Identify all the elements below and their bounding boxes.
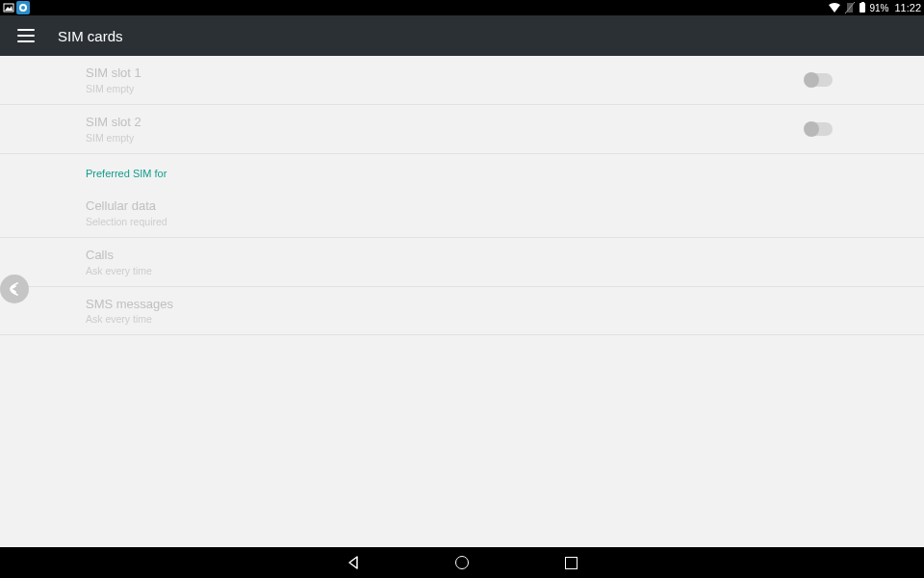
status-right: 91% 11:22 (829, 2, 921, 13)
battery-percent: 91% (869, 3, 888, 13)
status-bar: 91% 11:22 (0, 0, 924, 15)
wifi-icon (829, 2, 840, 13)
nav-recent-button[interactable] (562, 554, 579, 571)
picture-icon (3, 2, 14, 13)
nav-home-button[interactable] (453, 554, 471, 571)
navigation-bar (0, 547, 924, 578)
pref-subtitle: Ask every time (86, 313, 838, 325)
content: SIM slot 1 SIM empty SIM slot 2 SIM empt… (0, 56, 924, 335)
slot-title: SIM slot 1 (86, 66, 806, 82)
pref-subtitle: Ask every time (86, 265, 838, 276)
pref-cellular-data[interactable]: Cellular data Selection required (0, 189, 924, 238)
pref-calls[interactable]: Calls Ask every time (0, 238, 924, 287)
status-left (3, 1, 30, 14)
pref-subtitle: Selection required (86, 216, 838, 227)
pref-sms[interactable]: SMS messages Ask every time (0, 287, 924, 336)
page-title: SIM cards (58, 28, 123, 44)
sim-slot-1-toggle[interactable] (806, 73, 833, 87)
teamviewer-icon (16, 1, 30, 14)
floating-back-button[interactable] (0, 275, 29, 303)
no-sim-icon (844, 2, 856, 13)
pref-title: Calls (86, 248, 838, 264)
battery-icon (860, 3, 865, 13)
pref-title: SMS messages (86, 297, 838, 313)
slot-subtitle: SIM empty (86, 132, 806, 144)
sim-slot-1[interactable]: SIM slot 1 SIM empty (0, 56, 924, 105)
sim-slot-2[interactable]: SIM slot 2 SIM empty (0, 105, 924, 154)
section-header: Preferred SIM for (0, 154, 924, 189)
menu-icon[interactable] (17, 29, 35, 42)
svg-marker-1 (5, 6, 13, 11)
slot-subtitle: SIM empty (86, 83, 806, 94)
clock: 11:22 (894, 2, 921, 13)
sim-slot-2-toggle[interactable] (806, 122, 833, 136)
pref-title: Cellular data (86, 198, 838, 215)
slot-title: SIM slot 2 (86, 115, 806, 131)
svg-point-3 (21, 6, 25, 10)
app-bar: SIM cards (0, 15, 924, 56)
nav-back-button[interactable] (345, 554, 362, 571)
